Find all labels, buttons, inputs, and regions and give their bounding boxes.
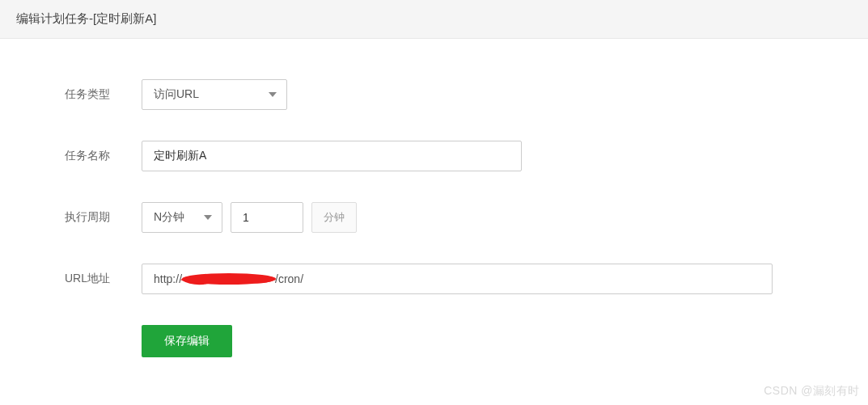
select-task-type-value: 访问URL [154, 87, 199, 102]
url-prefix: http:// [154, 272, 182, 285]
label-url: URL地址 [65, 272, 142, 286]
chevron-down-icon [269, 92, 277, 97]
label-task-type: 任务类型 [65, 87, 142, 102]
label-task-name: 任务名称 [65, 149, 142, 163]
select-task-type[interactable]: 访问URL [142, 79, 287, 110]
row-task-type: 任务类型 访问URL [0, 79, 868, 110]
save-button[interactable]: 保存编辑 [142, 325, 232, 357]
svg-point-0 [182, 273, 276, 285]
redacted-region [182, 273, 275, 285]
form-area: 任务类型 访问URL 任务名称 执行周期 N分钟 分钟 URL地址 http:/… [0, 39, 868, 357]
row-task-name: 任务名称 [0, 141, 868, 171]
row-submit: 保存编辑 [0, 325, 868, 357]
cycle-unit: 分钟 [311, 202, 357, 233]
watermark: CSDN @漏刻有时 [764, 384, 860, 399]
input-cycle-number[interactable] [231, 202, 303, 233]
row-cycle: 执行周期 N分钟 分钟 [0, 202, 868, 233]
label-cycle: 执行周期 [65, 210, 142, 225]
chevron-down-icon [204, 215, 212, 220]
input-task-name[interactable] [142, 141, 522, 171]
dialog-title: 编辑计划任务-[定时刷新A] [16, 11, 156, 25]
dialog-header: 编辑计划任务-[定时刷新A] [0, 0, 868, 39]
select-cycle-value: N分钟 [154, 210, 184, 225]
input-url[interactable]: http:// /cron/ [142, 264, 773, 294]
select-cycle[interactable]: N分钟 [142, 202, 222, 233]
row-url: URL地址 http:// /cron/ [0, 264, 868, 294]
